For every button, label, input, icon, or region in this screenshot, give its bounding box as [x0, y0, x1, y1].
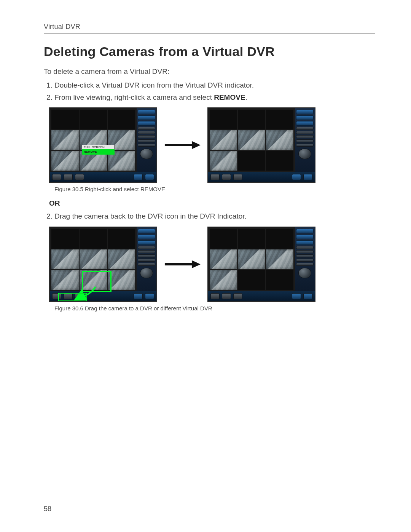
dvr-indicator-chip	[210, 174, 220, 180]
camera-cell	[51, 249, 79, 269]
camera-cell-empty	[266, 151, 293, 171]
dvr-bottom-bar	[50, 172, 156, 182]
camera-cell	[108, 249, 135, 269]
side-slot	[138, 246, 155, 249]
dvr-indicator-chip	[64, 174, 73, 180]
dvr-bottom-bar	[208, 291, 315, 301]
side-slot	[138, 254, 155, 257]
dvr-side-panel	[295, 227, 315, 291]
camera-cell	[266, 249, 293, 269]
side-slot	[296, 127, 314, 130]
side-button	[296, 235, 314, 239]
running-header: Virtual DVR	[44, 23, 375, 31]
footer-rule	[44, 501, 375, 501]
camera-cell-empty	[238, 151, 265, 171]
side-button	[296, 115, 314, 120]
context-menu-item-fullscreen: FULL SCREEN	[82, 145, 114, 150]
dvr-screenshot-right-b	[207, 227, 315, 302]
side-slot	[296, 263, 314, 266]
side-slot	[296, 246, 314, 249]
camera-cell-empty	[238, 110, 265, 129]
dvr-indicator-chip	[222, 293, 231, 299]
camera-cell	[51, 151, 79, 171]
camera-cell	[266, 130, 293, 150]
side-button	[296, 240, 314, 245]
side-button	[296, 121, 314, 126]
page-number: 58	[44, 505, 375, 513]
dvr-indicator-chip	[134, 174, 143, 180]
camera-cell	[238, 249, 265, 269]
dvr-screenshot-left-a: FULL SCREEN REMOVE	[49, 107, 157, 183]
camera-cell	[210, 249, 237, 269]
dvr-indicator-chip	[233, 293, 242, 299]
side-slot	[296, 139, 314, 142]
side-slot	[138, 131, 155, 134]
side-button	[296, 110, 314, 114]
jog-dial-icon	[140, 268, 153, 278]
side-slot	[296, 250, 314, 253]
dvr-bottom-bar	[208, 172, 315, 182]
side-button	[296, 229, 314, 233]
side-slot	[296, 144, 314, 147]
svg-marker-1	[192, 141, 201, 149]
dvr-side-panel	[295, 108, 315, 172]
figure-30-5: FULL SCREEN REMOVE	[49, 107, 375, 183]
dvr-indicator-chip	[210, 293, 220, 299]
side-slot	[138, 139, 155, 142]
figure-30-6	[49, 227, 375, 302]
camera-cell-empty	[51, 110, 79, 129]
camera-cell-empty	[108, 110, 135, 129]
camera-cell-empty	[266, 110, 293, 129]
dvr-indicator-chip	[145, 293, 154, 299]
camera-cell	[51, 130, 79, 150]
step-2: From live viewing, right-click a camera …	[54, 93, 375, 102]
jog-dial-icon	[140, 149, 153, 159]
dvr-screenshot-right-a	[207, 107, 315, 183]
dvr-indicator-chip	[303, 174, 312, 180]
side-slot	[138, 127, 155, 130]
side-button	[138, 115, 155, 120]
dvr-indicator-chip	[233, 174, 242, 180]
step-2-remove: REMOVE	[214, 93, 245, 101]
side-button	[138, 240, 155, 245]
dvr-indicator-chip	[292, 293, 301, 299]
context-menu: FULL SCREEN REMOVE	[82, 145, 115, 155]
figure-caption-b: Figure 30.6 Drag the camera to a DVR or …	[54, 305, 375, 312]
arrow-right-icon	[164, 259, 201, 270]
camera-cell	[238, 130, 265, 150]
intro-text: To delete a camera from a Virtual DVR:	[44, 67, 375, 76]
camera-cell	[210, 270, 237, 290]
camera-cell-empty	[266, 270, 293, 290]
step-1: Double-click a Virtual DVR icon from the…	[54, 80, 375, 90]
camera-cell-empty	[108, 229, 135, 249]
dvr-side-panel	[137, 227, 156, 291]
camera-cell-empty	[80, 110, 107, 129]
side-slot	[138, 263, 155, 266]
camera-cell	[210, 130, 237, 150]
dvr-indicator-highlight	[58, 293, 87, 301]
dvr-side-panel	[137, 108, 156, 172]
camera-cell-empty	[51, 229, 79, 249]
step-2-text: From live viewing, right-click a camera …	[54, 93, 214, 101]
camera-cell-empty	[238, 270, 265, 290]
dvr-indicator-chip	[303, 293, 312, 299]
camera-cell-empty	[80, 229, 107, 249]
arrow-right-icon	[164, 140, 201, 150]
dvr-indicator-chip	[292, 174, 301, 180]
dvr-indicator-chip	[75, 174, 84, 180]
page-title: Deleting Cameras from a Virtual DVR	[44, 44, 375, 59]
camera-cell-empty	[210, 229, 237, 249]
side-button	[138, 110, 155, 114]
side-slot	[296, 254, 314, 257]
side-slot	[138, 250, 155, 253]
side-button	[138, 121, 155, 126]
context-menu-item-remove: REMOVE	[82, 150, 114, 154]
side-slot	[138, 259, 155, 262]
side-slot	[296, 131, 314, 134]
step-2-punct: .	[245, 93, 247, 101]
side-slot	[296, 135, 314, 138]
header-rule	[44, 33, 375, 34]
jog-dial-icon	[298, 268, 311, 278]
dvr-indicator-chip	[52, 174, 61, 180]
camera-cell	[80, 249, 107, 269]
